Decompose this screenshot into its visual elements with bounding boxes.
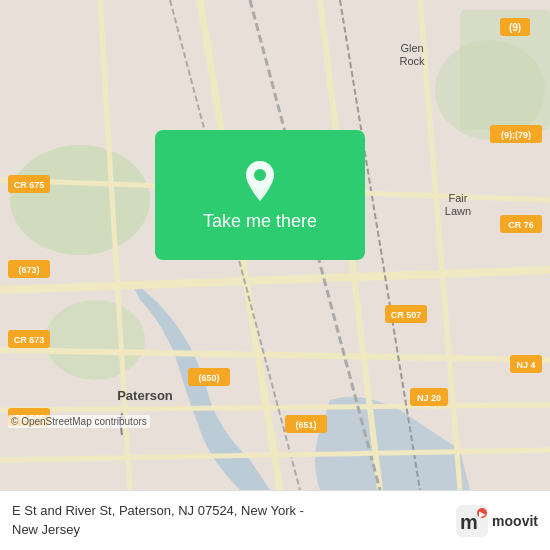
svg-text:m: m (460, 511, 478, 533)
svg-point-2 (45, 300, 145, 380)
map-container: (9) (9);(79) CR 76 CR 675 (673) CR 673 C… (0, 0, 550, 490)
moovit-label: moovit (492, 513, 538, 529)
svg-text:(9): (9) (509, 22, 521, 33)
moovit-logo: m ▶ moovit (456, 505, 538, 537)
svg-text:Paterson: Paterson (117, 388, 173, 403)
svg-text:CR 507: CR 507 (391, 310, 422, 320)
svg-text:Rock: Rock (399, 55, 425, 67)
svg-text:CR 675: CR 675 (14, 180, 45, 190)
svg-text:NJ 20: NJ 20 (417, 393, 441, 403)
svg-point-1 (10, 145, 150, 255)
svg-text:(9);(79): (9);(79) (501, 130, 531, 140)
svg-text:(651): (651) (295, 420, 316, 430)
svg-text:CR 76: CR 76 (508, 220, 534, 230)
svg-text:Fair: Fair (449, 192, 468, 204)
svg-text:Glen: Glen (400, 42, 423, 54)
take-me-there-label: Take me there (203, 211, 317, 232)
moovit-icon: m ▶ (456, 505, 488, 537)
svg-point-49 (254, 169, 266, 181)
svg-text:(650): (650) (198, 373, 219, 383)
svg-text:(673): (673) (18, 265, 39, 275)
address-text: E St and River St, Paterson, NJ 07524, N… (12, 502, 446, 538)
info-bar: E St and River St, Paterson, NJ 07524, N… (0, 490, 550, 550)
svg-text:▶: ▶ (479, 510, 486, 519)
svg-text:NJ 4: NJ 4 (516, 360, 535, 370)
svg-text:Lawn: Lawn (445, 205, 471, 217)
svg-text:CR 673: CR 673 (14, 335, 45, 345)
take-me-there-button[interactable]: Take me there (155, 130, 365, 260)
location-pin-icon (242, 159, 278, 203)
osm-attribution: © OpenStreetMap contributors (8, 415, 150, 428)
